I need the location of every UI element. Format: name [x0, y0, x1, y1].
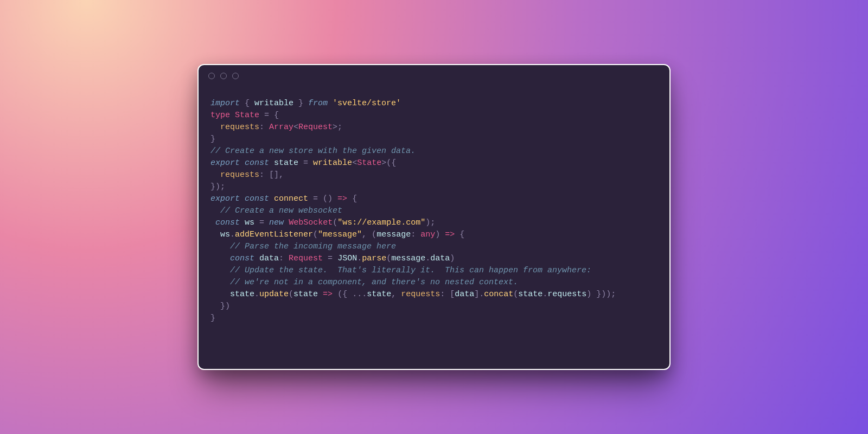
code-token: } — [293, 99, 308, 108]
code-token: ]. — [474, 290, 484, 299]
code-token: data — [430, 254, 450, 263]
code-token: requests — [547, 290, 586, 299]
code-token: . — [254, 290, 259, 299]
code-token: : [ — [440, 290, 455, 299]
code-token: : — [279, 254, 289, 263]
code-token: => — [323, 290, 333, 299]
code-token: ) — [435, 230, 445, 239]
code-area: import { writable } from 'svelte/store' … — [199, 87, 669, 324]
code-token: Array — [269, 123, 293, 132]
code-window: import { writable } from 'svelte/store' … — [197, 64, 671, 370]
code-token: . — [542, 290, 547, 299]
code-token: State — [357, 158, 381, 168]
code-token: = { — [264, 111, 279, 120]
code-token: Request — [289, 254, 323, 263]
code-token: { — [347, 194, 357, 203]
code-token: message — [376, 230, 411, 239]
code-token: : — [259, 123, 269, 132]
code-token: = — [328, 254, 337, 263]
code-token: = () — [313, 194, 337, 203]
code-token: , — [391, 290, 401, 299]
code-token: { — [455, 230, 464, 239]
code-token: ( — [513, 290, 518, 299]
code-token: >; — [333, 123, 342, 132]
code-token: // Create a new store with the given dat… — [210, 146, 416, 156]
code-token: { — [240, 99, 254, 108]
code-token: ({ ... — [333, 290, 367, 299]
code-token: ( — [386, 254, 391, 263]
code-token: ) — [450, 254, 455, 263]
code-token: data — [259, 254, 279, 263]
code-token: const — [215, 218, 240, 227]
code-token: . — [425, 254, 430, 263]
code-token: 'svelte/store' — [333, 99, 401, 108]
code-token: : [], — [259, 170, 284, 180]
code-token: ( — [333, 218, 337, 227]
code-token: requests — [401, 290, 440, 299]
code-token: = — [303, 158, 313, 168]
code-token: type — [210, 111, 230, 120]
code-token: ws — [220, 230, 230, 239]
code-token: export — [210, 194, 240, 203]
code-token: concat — [484, 290, 513, 299]
code-token: writable — [254, 99, 293, 108]
code-token: State — [235, 111, 259, 120]
code-token: message — [391, 254, 425, 263]
code-token: const — [230, 254, 254, 263]
code-token: // Create a new websocket — [220, 206, 342, 215]
code-token: } — [210, 314, 215, 323]
code-token: "ws://example.com" — [337, 218, 425, 227]
code-token: // Update the state. That's literally it… — [230, 266, 591, 275]
code-token: ( — [313, 230, 318, 239]
code-token: < — [352, 158, 357, 168]
code-token: < — [293, 123, 298, 132]
traffic-light-zoom-icon[interactable] — [232, 73, 239, 79]
code-token: const — [245, 158, 269, 168]
page-background: import { writable } from 'svelte/store' … — [0, 0, 868, 434]
code-token: Request — [298, 123, 333, 132]
code-token: from — [308, 99, 328, 108]
code-token: ( — [289, 290, 293, 299]
code-token: import — [210, 99, 240, 108]
code-token: => — [445, 230, 455, 239]
code-token: requests — [220, 170, 259, 180]
code-token: data — [455, 290, 474, 299]
code-token: addEventListener — [235, 230, 313, 239]
code-token: ) })); — [586, 290, 616, 299]
code-token: WebSocket — [289, 218, 333, 227]
code-token: >({ — [381, 158, 396, 168]
code-token: state — [293, 290, 318, 299]
traffic-light-close-icon[interactable] — [208, 73, 215, 79]
code-token: = — [259, 218, 269, 227]
code-token: }); — [210, 182, 225, 192]
code-token: connect — [274, 194, 308, 203]
code-token: state — [230, 290, 254, 299]
code-token: update — [259, 290, 289, 299]
code-token: . — [230, 230, 235, 239]
code-token: : — [411, 230, 420, 239]
code-token: new — [269, 218, 284, 227]
code-token: "message" — [318, 230, 362, 239]
code-token: , ( — [362, 230, 376, 239]
code-token: ws — [245, 218, 254, 227]
code-token: // Parse the incoming message here — [230, 242, 396, 251]
code-token: writable — [313, 158, 352, 168]
code-token: } — [210, 135, 215, 144]
code-token: ); — [425, 218, 435, 227]
code-token: state — [274, 158, 298, 168]
code-token: JSON — [337, 254, 357, 263]
traffic-light-minimize-icon[interactable] — [220, 73, 227, 79]
code-token: export — [210, 158, 240, 168]
code-token: parse — [362, 254, 386, 263]
code-token: // we're not in a component, and there's… — [230, 278, 518, 287]
code-token: state — [518, 290, 542, 299]
code-token: any — [420, 230, 435, 239]
window-titlebar — [199, 65, 669, 87]
code-token: }) — [220, 302, 230, 311]
code-token: requests — [220, 123, 259, 132]
code-token: => — [337, 194, 347, 203]
code-token: . — [357, 254, 362, 263]
code-token: state — [367, 290, 391, 299]
code-token: const — [245, 194, 269, 203]
